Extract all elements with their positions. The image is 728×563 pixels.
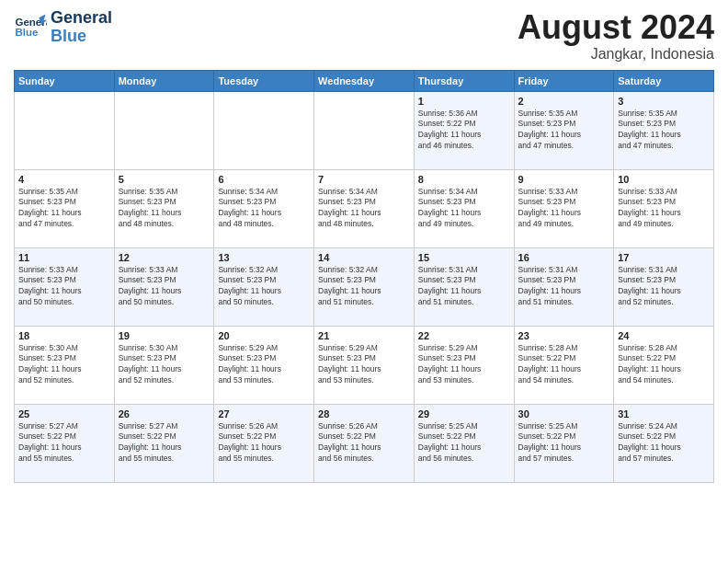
day-number: 10 — [618, 174, 710, 185]
calendar-cell: 14Sunrise: 5:32 AM Sunset: 5:23 PM Dayli… — [314, 247, 415, 326]
calendar-cell: 6Sunrise: 5:34 AM Sunset: 5:23 PM Daylig… — [214, 169, 314, 247]
day-info: Sunrise: 5:34 AM Sunset: 5:23 PM Dayligh… — [418, 187, 510, 231]
day-number: 7 — [318, 174, 410, 185]
logo: General Blue General Blue — [14, 9, 112, 46]
month-title: August 2024 — [518, 9, 714, 46]
day-info: Sunrise: 5:36 AM Sunset: 5:22 PM Dayligh… — [418, 109, 510, 153]
calendar-cell: 28Sunrise: 5:26 AM Sunset: 5:22 PM Dayli… — [314, 404, 415, 482]
week-row-4: 18Sunrise: 5:30 AM Sunset: 5:23 PM Dayli… — [15, 326, 714, 404]
day-number: 18 — [18, 330, 110, 341]
calendar-cell: 21Sunrise: 5:29 AM Sunset: 5:23 PM Dayli… — [314, 326, 415, 404]
day-info: Sunrise: 5:33 AM Sunset: 5:23 PM Dayligh… — [618, 187, 710, 231]
day-number: 3 — [618, 96, 710, 107]
calendar-cell: 29Sunrise: 5:25 AM Sunset: 5:22 PM Dayli… — [414, 404, 514, 482]
day-header-friday: Friday — [514, 70, 614, 91]
calendar-cell — [214, 91, 314, 169]
day-number: 16 — [518, 252, 610, 263]
logo-general: General — [51, 9, 112, 28]
day-header-thursday: Thursday — [414, 70, 514, 91]
calendar-cell: 2Sunrise: 5:35 AM Sunset: 5:23 PM Daylig… — [514, 91, 614, 169]
day-number: 30 — [518, 408, 610, 419]
calendar-cell — [15, 91, 115, 169]
calendar-cell: 22Sunrise: 5:29 AM Sunset: 5:23 PM Dayli… — [414, 326, 514, 404]
day-info: Sunrise: 5:31 AM Sunset: 5:23 PM Dayligh… — [418, 265, 510, 309]
day-info: Sunrise: 5:27 AM Sunset: 5:22 PM Dayligh… — [119, 421, 210, 465]
calendar-cell: 3Sunrise: 5:35 AM Sunset: 5:23 PM Daylig… — [614, 91, 714, 169]
calendar-cell: 1Sunrise: 5:36 AM Sunset: 5:22 PM Daylig… — [414, 91, 514, 169]
header: General Blue General Blue August 2024 Ja… — [14, 9, 714, 63]
calendar-cell: 9Sunrise: 5:33 AM Sunset: 5:23 PM Daylig… — [514, 169, 614, 247]
day-info: Sunrise: 5:28 AM Sunset: 5:22 PM Dayligh… — [518, 343, 610, 387]
day-info: Sunrise: 5:34 AM Sunset: 5:23 PM Dayligh… — [218, 187, 310, 231]
day-number: 19 — [119, 330, 210, 341]
calendar-cell: 26Sunrise: 5:27 AM Sunset: 5:22 PM Dayli… — [114, 404, 214, 482]
calendar-cell: 18Sunrise: 5:30 AM Sunset: 5:23 PM Dayli… — [15, 326, 115, 404]
day-info: Sunrise: 5:29 AM Sunset: 5:23 PM Dayligh… — [318, 343, 410, 387]
day-info: Sunrise: 5:35 AM Sunset: 5:23 PM Dayligh… — [119, 187, 210, 231]
day-info: Sunrise: 5:25 AM Sunset: 5:22 PM Dayligh… — [418, 421, 510, 465]
calendar-cell: 13Sunrise: 5:32 AM Sunset: 5:23 PM Dayli… — [214, 247, 314, 326]
day-number: 14 — [318, 252, 410, 263]
calendar-cell: 25Sunrise: 5:27 AM Sunset: 5:22 PM Dayli… — [15, 404, 115, 482]
day-number: 26 — [119, 408, 210, 419]
calendar-table: SundayMondayTuesdayWednesdayThursdayFrid… — [14, 70, 714, 483]
day-header-tuesday: Tuesday — [214, 70, 314, 91]
day-number: 13 — [218, 252, 310, 263]
day-number: 23 — [518, 330, 610, 341]
day-number: 12 — [119, 252, 210, 263]
calendar-cell: 15Sunrise: 5:31 AM Sunset: 5:23 PM Dayli… — [414, 247, 514, 326]
day-info: Sunrise: 5:32 AM Sunset: 5:23 PM Dayligh… — [318, 265, 410, 309]
calendar-cell: 24Sunrise: 5:28 AM Sunset: 5:22 PM Dayli… — [614, 326, 714, 404]
calendar-cell: 20Sunrise: 5:29 AM Sunset: 5:23 PM Dayli… — [214, 326, 314, 404]
day-header-monday: Monday — [114, 70, 214, 91]
day-info: Sunrise: 5:31 AM Sunset: 5:23 PM Dayligh… — [518, 265, 610, 309]
day-info: Sunrise: 5:25 AM Sunset: 5:22 PM Dayligh… — [518, 421, 610, 465]
day-number: 22 — [418, 330, 510, 341]
calendar-cell: 11Sunrise: 5:33 AM Sunset: 5:23 PM Dayli… — [15, 247, 115, 326]
day-info: Sunrise: 5:30 AM Sunset: 5:23 PM Dayligh… — [18, 343, 110, 387]
day-info: Sunrise: 5:29 AM Sunset: 5:23 PM Dayligh… — [418, 343, 510, 387]
header-row: SundayMondayTuesdayWednesdayThursdayFrid… — [15, 70, 714, 91]
calendar-cell: 27Sunrise: 5:26 AM Sunset: 5:22 PM Dayli… — [214, 404, 314, 482]
calendar-cell: 7Sunrise: 5:34 AM Sunset: 5:23 PM Daylig… — [314, 169, 415, 247]
day-number: 6 — [218, 174, 310, 185]
day-info: Sunrise: 5:34 AM Sunset: 5:23 PM Dayligh… — [318, 187, 410, 231]
day-number: 17 — [618, 252, 710, 263]
calendar-cell: 8Sunrise: 5:34 AM Sunset: 5:23 PM Daylig… — [414, 169, 514, 247]
day-info: Sunrise: 5:26 AM Sunset: 5:22 PM Dayligh… — [318, 421, 410, 465]
logo-blue: Blue — [51, 28, 112, 46]
week-row-2: 4Sunrise: 5:35 AM Sunset: 5:23 PM Daylig… — [15, 169, 714, 247]
day-header-saturday: Saturday — [614, 70, 714, 91]
day-number: 8 — [418, 174, 510, 185]
day-number: 2 — [518, 96, 610, 107]
title-block: August 2024 Jangkar, Indonesia — [518, 9, 714, 63]
day-number: 20 — [218, 330, 310, 341]
logo-icon: General Blue — [14, 11, 47, 44]
calendar-cell — [314, 91, 415, 169]
day-info: Sunrise: 5:26 AM Sunset: 5:22 PM Dayligh… — [218, 421, 310, 465]
day-number: 24 — [618, 330, 710, 341]
day-info: Sunrise: 5:33 AM Sunset: 5:23 PM Dayligh… — [18, 265, 110, 309]
calendar-cell: 4Sunrise: 5:35 AM Sunset: 5:23 PM Daylig… — [15, 169, 115, 247]
day-info: Sunrise: 5:33 AM Sunset: 5:23 PM Dayligh… — [119, 265, 210, 309]
calendar-cell: 10Sunrise: 5:33 AM Sunset: 5:23 PM Dayli… — [614, 169, 714, 247]
day-number: 27 — [218, 408, 310, 419]
week-row-3: 11Sunrise: 5:33 AM Sunset: 5:23 PM Dayli… — [15, 247, 714, 326]
day-header-sunday: Sunday — [15, 70, 115, 91]
day-number: 31 — [618, 408, 710, 419]
day-info: Sunrise: 5:24 AM Sunset: 5:22 PM Dayligh… — [618, 421, 710, 465]
day-number: 15 — [418, 252, 510, 263]
day-number: 1 — [418, 96, 510, 107]
day-number: 9 — [518, 174, 610, 185]
calendar-cell: 5Sunrise: 5:35 AM Sunset: 5:23 PM Daylig… — [114, 169, 214, 247]
day-number: 4 — [18, 174, 110, 185]
day-header-wednesday: Wednesday — [314, 70, 415, 91]
day-info: Sunrise: 5:31 AM Sunset: 5:23 PM Dayligh… — [618, 265, 710, 309]
day-number: 11 — [18, 252, 110, 263]
calendar-container: General Blue General Blue August 2024 Ja… — [0, 0, 728, 492]
day-info: Sunrise: 5:30 AM Sunset: 5:23 PM Dayligh… — [119, 343, 210, 387]
day-info: Sunrise: 5:29 AM Sunset: 5:23 PM Dayligh… — [218, 343, 310, 387]
day-number: 29 — [418, 408, 510, 419]
week-row-1: 1Sunrise: 5:36 AM Sunset: 5:22 PM Daylig… — [15, 91, 714, 169]
day-info: Sunrise: 5:32 AM Sunset: 5:23 PM Dayligh… — [218, 265, 310, 309]
